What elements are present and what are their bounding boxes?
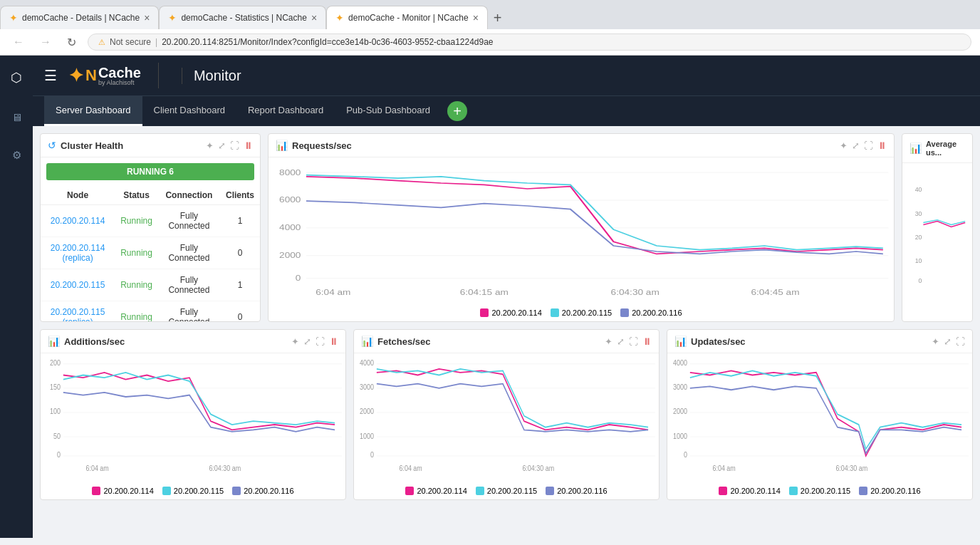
browser-tab-1[interactable]: ✦ demoCache - Details | NCache × — [0, 6, 159, 29]
tab-pubsub-dashboard[interactable]: Pub-Sub Dashboard — [335, 96, 442, 126]
expand-icon-fetch[interactable]: ⤢ — [617, 336, 625, 347]
reset-icon-add[interactable]: ✦ — [291, 336, 299, 347]
expand-icon[interactable]: ⤢ — [218, 140, 226, 151]
additions-legend: 20.200.20.114 20.200.20.115 20.200.20.11… — [41, 484, 345, 499]
connection-cell: Fully Connected — [158, 237, 220, 269]
pause-button-req[interactable]: ⏸ — [877, 140, 887, 151]
add-dashboard-button[interactable]: + — [447, 101, 467, 121]
avg-usage-title: Average us... — [926, 140, 965, 157]
reset-icon[interactable]: ✦ — [206, 140, 214, 151]
add-dot-3 — [232, 487, 241, 495]
panel-controls-req: ✦ ⤢ ⛶ ⏸ — [840, 140, 887, 151]
reset-icon-fetch[interactable]: ✦ — [605, 336, 612, 347]
reset-icon-req[interactable]: ✦ — [840, 140, 848, 151]
node-cell[interactable]: 20.200.20.114 — [41, 205, 115, 237]
svg-text:6:04:45 am: 6:04:45 am — [751, 288, 799, 296]
browser-tab-2[interactable]: ✦ demoCache - Statistics | NCache × — [159, 6, 326, 29]
fetch-dot-3 — [546, 487, 554, 495]
fullscreen-icon[interactable]: ⛶ — [230, 140, 239, 151]
tab-label-2: demoCache - Statistics | NCache — [181, 13, 307, 23]
browser-tab-3[interactable]: ✦ demoCache - Monitor | NCache × — [326, 6, 488, 29]
forward-button[interactable]: → — [36, 34, 56, 50]
updates-chart-svg: 4000 3000 2000 1000 0 — [667, 353, 972, 484]
tab-icon-2: ✦ — [168, 12, 177, 24]
monitor-icon[interactable]: 🖥 — [6, 105, 28, 129]
hamburger-menu[interactable]: ☰ — [44, 67, 57, 84]
svg-text:2000: 2000 — [279, 251, 301, 260]
tab-close-3[interactable]: × — [473, 12, 479, 24]
pause-button-add[interactable]: ⏸ — [329, 336, 338, 347]
add-label-1: 20.200.20.114 — [103, 487, 153, 495]
nav-tabs: Server Dashboard Client Dashboard Report… — [33, 95, 980, 126]
additions-chart-body: 200 150 100 50 0 — [41, 353, 345, 484]
updates-chart-body: 4000 3000 2000 1000 0 — [667, 353, 972, 484]
connection-cell: Fully Connected — [158, 301, 220, 322]
pause-button-fetch[interactable]: ⏸ — [642, 336, 652, 347]
node-cell[interactable]: 20.200.20.115 — [41, 269, 115, 301]
cluster-icon: ↺ — [48, 140, 56, 151]
fullscreen-icon-req[interactable]: ⛶ — [864, 140, 873, 151]
table-row: 20.200.20.114 (replica) Running Fully Co… — [41, 237, 260, 269]
fetches-title: Fetches/sec — [377, 336, 430, 347]
logo-icon: ✦ — [68, 65, 84, 87]
status-cell: Running — [115, 301, 158, 322]
svg-text:2000: 2000 — [673, 408, 687, 416]
tab-client-dashboard[interactable]: Client Dashboard — [142, 96, 236, 126]
status-cell: Running — [115, 269, 158, 301]
fetch-label-1: 20.200.20.114 — [417, 487, 466, 495]
legend-label-2: 20.200.20.115 — [562, 308, 612, 317]
svg-text:0: 0 — [919, 277, 922, 284]
clients-cell: 1 — [220, 269, 260, 301]
chart-icon-upd: 📊 — [674, 336, 687, 347]
expand-icon-upd[interactable]: ⤢ — [944, 336, 952, 347]
fullscreen-icon-fetch[interactable]: ⛶ — [629, 336, 638, 347]
fetches-header: 📊 Fetches/sec ✦ ⤢ ⛶ ⏸ — [354, 330, 659, 353]
table-row: 20.200.20.114 Running Fully Connected 1 — [41, 205, 260, 237]
chart-icon-add: 📊 — [48, 336, 60, 347]
tab-close-2[interactable]: × — [311, 12, 317, 24]
tools-icon[interactable]: ⚙ — [6, 143, 27, 167]
node-cell[interactable]: 20.200.20.115 (replica) — [41, 301, 115, 322]
tab-close-1[interactable]: × — [144, 12, 150, 24]
fullscreen-icon-add[interactable]: ⛶ — [316, 336, 325, 347]
svg-text:4000: 4000 — [279, 224, 301, 232]
topology-icon[interactable]: ⬡ — [5, 64, 28, 91]
table-row: 20.200.20.115 (replica) Running Fully Co… — [41, 301, 260, 322]
legend-item-3: 20.200.20.116 — [620, 308, 682, 317]
requests-legend: 20.200.20.114 20.200.20.115 20.200.20.11… — [269, 306, 894, 321]
back-button[interactable]: ← — [9, 34, 28, 50]
reset-icon-upd[interactable]: ✦ — [932, 336, 939, 347]
topbar: ☰ ✦ N Cache by Alachisoft Monitor — [33, 56, 980, 95]
svg-text:4000: 4000 — [360, 358, 374, 367]
content-area: ☰ ✦ N Cache by Alachisoft Monitor Server… — [33, 56, 980, 538]
col-node: Node — [41, 186, 115, 205]
svg-text:10: 10 — [915, 257, 922, 264]
tab-report-dashboard[interactable]: Report Dashboard — [236, 96, 335, 126]
fetch-dot-1 — [405, 487, 414, 495]
tab-label-3: demoCache - Monitor | NCache — [348, 13, 469, 23]
requests-panel: 📊 Requests/sec ✦ ⤢ ⛶ ⏸ 8000 — [268, 133, 895, 322]
legend-dot-1 — [480, 308, 489, 317]
avg-chart-svg: 40 30 20 10 0 — [902, 163, 972, 321]
clients-cell: 1 — [220, 205, 260, 237]
svg-text:8000: 8000 — [279, 168, 301, 177]
expand-icon-add[interactable]: ⤢ — [303, 336, 311, 347]
url-bar[interactable]: ⚠ Not secure | 20.200.20.114:8251/Monito… — [88, 33, 971, 51]
svg-text:6:04 am: 6:04 am — [316, 288, 350, 296]
reload-button[interactable]: ↻ — [63, 34, 80, 51]
svg-text:200: 200 — [50, 358, 61, 367]
logo-cache: Cache — [98, 65, 141, 81]
expand-icon-req[interactable]: ⤢ — [852, 140, 860, 151]
tab-server-dashboard[interactable]: Server Dashboard — [44, 96, 142, 126]
fullscreen-icon-upd[interactable]: ⛶ — [956, 336, 965, 347]
upd-legend-3: 20.200.20.116 — [859, 487, 920, 495]
col-status: Status — [115, 186, 158, 205]
pause-button[interactable]: ⏸ — [244, 140, 253, 151]
avg-usage-panel: 📊 Average us... 40 30 20 10 0 — [902, 133, 973, 322]
cluster-health-panel: ↺ Cluster Health ✦ ⤢ ⛶ ⏸ RUNNING 6 — [40, 133, 261, 322]
clients-cell: 0 — [220, 237, 260, 269]
new-tab-button[interactable]: + — [488, 7, 511, 29]
cluster-table: Node Status Connection Clients 20.200.20… — [41, 186, 260, 321]
node-cell[interactable]: 20.200.20.114 (replica) — [41, 237, 115, 269]
legend-dot-2 — [551, 308, 559, 317]
